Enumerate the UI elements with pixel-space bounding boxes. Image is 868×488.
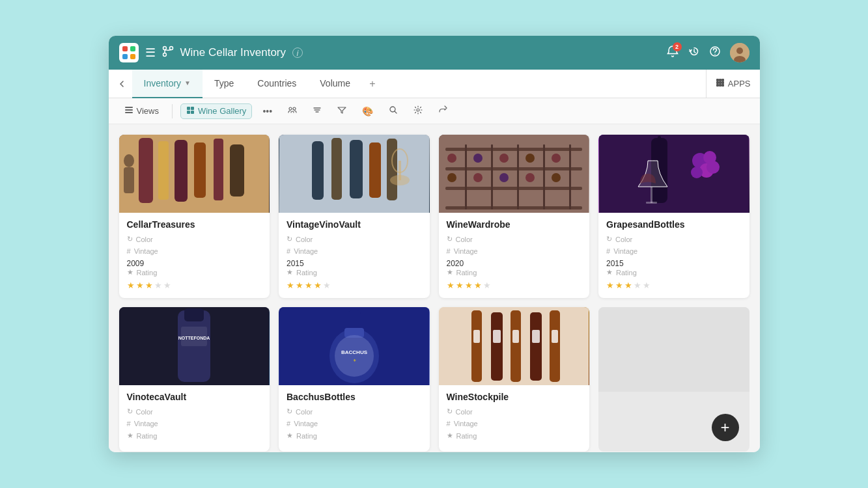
svg-rect-38 xyxy=(230,144,244,197)
svg-rect-56 xyxy=(491,144,493,210)
svg-rect-50 xyxy=(439,135,589,213)
card-title-vinotecavault: VinotecaVault xyxy=(127,392,262,402)
card-vinotecavault[interactable]: NOTTEFONDA VinotecaVault ↻ Color # Vinta… xyxy=(119,307,270,452)
gallery-chip-icon xyxy=(186,106,195,116)
svg-rect-40 xyxy=(124,167,134,193)
svg-rect-48 xyxy=(399,161,401,180)
rating-field-icon-2: ★ xyxy=(287,268,293,277)
svg-rect-43 xyxy=(331,138,342,200)
card-vintage-field-2: # Vintage xyxy=(287,247,422,255)
card-body-cellartreasures: CellarTreasures ↻ Color # Vintage 2009 ★… xyxy=(119,213,270,298)
card-vintagevinovault[interactable]: VintageVinoVault ↻ Color # Vintage 2015 … xyxy=(279,135,430,298)
svg-rect-21 xyxy=(125,107,133,108)
color-field-icon: ↻ xyxy=(127,235,133,243)
rating-field-icon: ★ xyxy=(127,268,133,277)
app-container: ☰ Wine Cellar Inventory i 2 xyxy=(109,36,760,452)
sort-button[interactable] xyxy=(307,103,327,119)
color-field-label-2: Color xyxy=(296,236,313,243)
hamburger-icon[interactable]: ☰ xyxy=(145,46,156,60)
add-tab-button[interactable]: + xyxy=(362,70,383,98)
svg-rect-12 xyxy=(716,79,719,81)
tab-inventory[interactable]: Inventory ▼ xyxy=(132,70,203,98)
card-grapesandbottles[interactable]: GrapesandBottles ↻ Color # Vintage 2015 … xyxy=(598,135,749,298)
card-winewardrobe[interactable]: WineWardrobe ↻ Color # Vintage 2020 ★ Ra… xyxy=(439,135,590,298)
tab-collapse-button[interactable] xyxy=(111,70,132,98)
star-3: ★ xyxy=(145,280,153,290)
svg-point-28 xyxy=(289,107,292,110)
svg-rect-42 xyxy=(312,141,324,200)
group-button[interactable] xyxy=(283,103,302,119)
card-image-grapesandbottles xyxy=(598,135,749,213)
svg-point-4 xyxy=(163,47,166,50)
svg-rect-44 xyxy=(350,140,363,198)
help-icon[interactable] xyxy=(709,46,721,61)
svg-point-67 xyxy=(499,173,509,182)
card-cellartreasures[interactable]: CellarTreasures ↻ Color # Vintage 2009 ★… xyxy=(119,135,270,298)
color-button[interactable]: 🎨 xyxy=(357,103,378,119)
svg-rect-17 xyxy=(719,84,721,87)
svg-rect-0 xyxy=(122,46,128,51)
card-color-field: ↻ Color xyxy=(127,235,262,243)
share-button[interactable] xyxy=(433,103,453,119)
svg-rect-59 xyxy=(569,144,571,210)
svg-rect-35 xyxy=(175,140,188,202)
svg-rect-23 xyxy=(125,112,133,113)
svg-rect-79 xyxy=(651,187,652,203)
color-field-icon-2: ↻ xyxy=(287,235,292,243)
wine-gallery-chip[interactable]: Wine Gallery xyxy=(180,103,252,119)
tab-countries[interactable]: Countries xyxy=(245,70,308,98)
card-image-cellartreasures xyxy=(119,135,270,213)
stars-vintagevinovault: ★ ★ ★ ★ ★ xyxy=(287,280,422,290)
svg-rect-36 xyxy=(194,142,206,198)
views-button[interactable]: Views xyxy=(119,103,164,119)
avatar[interactable] xyxy=(730,43,749,62)
card-vintage-field: # Vintage xyxy=(127,247,262,255)
svg-point-10 xyxy=(736,47,743,54)
card-body-vintagevinovault: VintageVinoVault ↻ Color # Vintage 2015 … xyxy=(279,213,430,298)
svg-point-66 xyxy=(473,173,483,182)
tab-dropdown-icon: ▼ xyxy=(184,79,191,87)
search-button[interactable] xyxy=(384,103,403,119)
card-bacchusbottles[interactable]: BACCHUS ⚜ BacchusBottles ↻ Color # Vinta… xyxy=(279,307,430,452)
svg-point-77 xyxy=(691,167,703,178)
settings-button[interactable] xyxy=(408,103,428,119)
share-icon xyxy=(438,105,447,116)
card-rating-field: ★ Rating xyxy=(127,268,262,277)
tab-volume[interactable]: Volume xyxy=(308,70,362,98)
svg-rect-98 xyxy=(550,310,560,382)
svg-rect-96 xyxy=(511,310,521,382)
card-winestockpile[interactable]: WineStockpile ↻ Color # Vintage ★ Rating xyxy=(439,307,590,452)
svg-point-5 xyxy=(169,47,173,50)
rating-field-label-2: Rating xyxy=(296,269,317,277)
apps-button[interactable]: APPS xyxy=(706,70,760,98)
header: ☰ Wine Cellar Inventory i 2 xyxy=(109,36,760,70)
info-icon[interactable]: i xyxy=(292,47,303,58)
svg-rect-45 xyxy=(369,142,381,198)
svg-point-78 xyxy=(707,161,720,174)
color-field-label: Color xyxy=(136,236,153,243)
apps-label: APPS xyxy=(728,79,751,88)
more-options-button[interactable]: ••• xyxy=(257,103,277,119)
star-1: ★ xyxy=(127,280,135,290)
filter-icon xyxy=(337,105,346,116)
vintage-value-cellartreasures: 2009 xyxy=(127,259,262,268)
svg-point-29 xyxy=(293,107,296,110)
views-label: Views xyxy=(137,106,159,116)
tab-type[interactable]: Type xyxy=(203,70,245,98)
header-title: Wine Cellar Inventory xyxy=(180,46,287,59)
filter-button[interactable] xyxy=(332,103,352,119)
card-image-empty xyxy=(598,307,749,392)
svg-rect-1 xyxy=(130,46,135,51)
card-rating-field-2: ★ Rating xyxy=(287,268,422,277)
svg-rect-102 xyxy=(532,330,540,343)
svg-rect-33 xyxy=(139,138,153,203)
star-4: ★ xyxy=(154,280,162,290)
svg-rect-58 xyxy=(543,144,545,210)
svg-point-65 xyxy=(447,173,456,182)
search-icon xyxy=(389,105,398,116)
notification-button[interactable]: 2 xyxy=(666,45,679,61)
card-title-grapesandbottles: GrapesandBottles xyxy=(606,219,742,230)
history-icon[interactable] xyxy=(688,46,700,61)
add-record-button[interactable]: + xyxy=(712,414,739,441)
svg-rect-83 xyxy=(184,308,204,321)
